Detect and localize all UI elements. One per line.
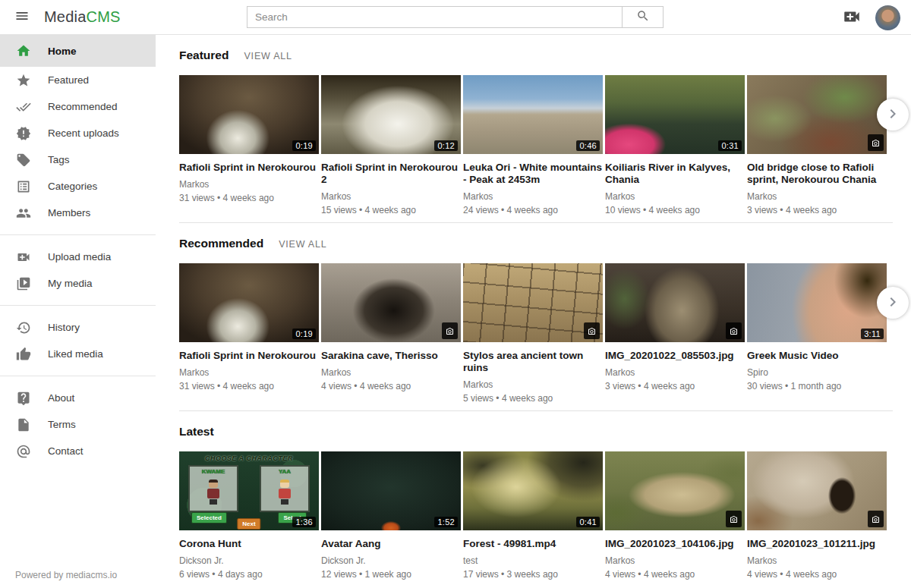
media-title[interactable]: Koiliaris River in Kalyves, Chania — [605, 162, 745, 186]
media-card[interactable]: IMG_20201022_085503.jpg Markos 3 views •… — [605, 263, 745, 391]
sidebar-item-recent-uploads[interactable]: Recent uploads — [0, 120, 156, 146]
media-author[interactable]: Markos — [179, 367, 319, 378]
media-title[interactable]: Avatar Aang — [321, 538, 461, 550]
video-thumbnail[interactable]: 1:52 — [321, 451, 461, 530]
media-title[interactable]: Sarakina cave, Therisso — [321, 350, 461, 362]
photo-thumbnail[interactable] — [321, 263, 461, 342]
view-all-link[interactable]: VIEW ALL — [244, 51, 292, 61]
media-title[interactable]: Rafioli Sprint in Nerokourou — [179, 162, 319, 174]
media-card[interactable]: IMG_20201023_104106.jpg Markos 4 views •… — [605, 451, 745, 580]
media-title[interactable]: Rafioli Sprint in Nerokourou — [179, 350, 319, 362]
media-card[interactable]: 0:19 Rafioli Sprint in Nerokourou Markos… — [179, 263, 319, 391]
sidebar-item-featured[interactable]: Featured — [0, 67, 156, 93]
media-card[interactable]: CHOOSE A CHARACTER KWAME YAA Selected Ne… — [179, 451, 319, 580]
sidebar-item-upload-media[interactable]: Upload media — [0, 244, 156, 270]
sidebar-item-label: Members — [48, 207, 90, 219]
powered-by-text[interactable]: Powered by mediacms.io — [15, 570, 117, 580]
photo-thumbnail[interactable] — [747, 75, 887, 154]
media-author[interactable]: Markos — [747, 555, 887, 566]
media-card[interactable]: Stylos area ancient town ruins Markos 5 … — [463, 263, 603, 404]
video-thumbnail[interactable]: 0:19 — [179, 75, 319, 154]
media-author[interactable]: Markos — [179, 179, 319, 190]
sidebar-divider — [0, 234, 156, 235]
section-title: Recommended — [179, 237, 263, 250]
sidebar-item-about[interactable]: About — [0, 385, 156, 411]
media-author[interactable]: Markos — [321, 191, 461, 202]
media-title[interactable]: Old bridge close to Rafioli sprint, Nero… — [747, 162, 887, 186]
search-button[interactable] — [623, 6, 664, 28]
video-thumbnail[interactable]: 0:12 — [321, 75, 461, 154]
carousel-next-button[interactable] — [877, 99, 909, 130]
media-author[interactable]: Dickson Jr. — [179, 555, 319, 566]
media-card[interactable]: 0:46 Leuka Ori - White mountains - Peak … — [463, 75, 603, 215]
media-card[interactable]: Sarakina cave, Therisso Markos 4 views •… — [321, 263, 461, 391]
media-author[interactable]: Spiro — [747, 367, 887, 378]
carousel-next-button[interactable] — [877, 287, 909, 319]
media-author[interactable]: Markos — [605, 191, 745, 202]
media-title[interactable]: IMG_20201023_101211.jpg — [747, 538, 887, 550]
section-latest: Latest CHOOSE A CHARACTER KWAME YAA Sele… — [179, 411, 893, 580]
video-thumbnail[interactable]: 0:41 — [463, 451, 603, 530]
video-thumbnail[interactable]: 0:31 — [605, 75, 745, 154]
media-meta: 17 views • 3 weeks ago — [463, 569, 603, 580]
video-thumbnail[interactable]: 0:19 — [179, 263, 319, 342]
sidebar-item-history[interactable]: History — [0, 314, 156, 341]
sidebar-item-tags[interactable]: Tags — [0, 146, 156, 173]
sidebar-item-contact[interactable]: Contact — [0, 438, 156, 464]
search-input[interactable] — [247, 6, 623, 28]
media-author[interactable]: Markos — [605, 555, 745, 566]
sidebar-item-liked-media[interactable]: Liked media — [0, 341, 156, 367]
media-card[interactable]: IMG_20201023_101211.jpg Markos 4 views •… — [747, 451, 887, 580]
new-releases-icon — [15, 125, 32, 142]
sidebar-item-home[interactable]: Home — [0, 35, 156, 67]
media-card[interactable]: 0:31 Koiliaris River in Kalyves, Chania … — [605, 75, 745, 215]
sidebar-item-my-media[interactable]: My media — [0, 270, 156, 297]
media-author[interactable]: Markos — [463, 191, 603, 202]
upload-media-button[interactable] — [840, 6, 863, 29]
view-all-link[interactable]: VIEW ALL — [279, 239, 326, 250]
sidebar-item-recommended[interactable]: Recommended — [0, 93, 156, 120]
media-title[interactable]: Corona Hunt — [179, 538, 319, 550]
media-meta: 31 views • 4 weeks ago — [179, 193, 319, 203]
duration-badge: 0:19 — [292, 140, 316, 151]
menu-button[interactable] — [7, 2, 37, 33]
sidebar-item-members[interactable]: Members — [0, 200, 156, 226]
media-title[interactable]: Stylos area ancient town ruins — [463, 350, 603, 374]
media-author[interactable]: Dickson Jr. — [321, 555, 461, 566]
media-card[interactable]: Old bridge close to Rafioli sprint, Nero… — [747, 75, 887, 215]
media-card[interactable]: 3:11 Greek Music Video Spiro 30 views • … — [747, 263, 887, 391]
media-author[interactable]: test — [463, 555, 603, 566]
video-thumbnail[interactable]: CHOOSE A CHARACTER KWAME YAA Selected Ne… — [179, 451, 319, 530]
media-title[interactable]: Leuka Ori - White mountains - Peak at 24… — [463, 162, 603, 186]
sidebar: Home Featured Recommended Recent uploads… — [0, 35, 156, 588]
sidebar-item-terms[interactable]: Terms — [0, 411, 156, 438]
header-actions — [840, 0, 900, 35]
media-card[interactable]: 0:19 Rafioli Sprint in Nerokourou Markos… — [179, 75, 319, 203]
media-author[interactable]: Markos — [463, 379, 603, 390]
media-meta: 4 views • 4 weeks ago — [605, 569, 745, 580]
game-next-button: Next — [237, 518, 260, 530]
app-logo[interactable]: MediaCMS — [44, 8, 121, 26]
photo-thumbnail[interactable] — [463, 263, 603, 342]
video-thumbnail[interactable]: 3:11 — [747, 263, 887, 342]
media-card[interactable]: 1:52 Avatar Aang Dickson Jr. 12 views • … — [321, 451, 461, 580]
photo-thumbnail[interactable] — [605, 263, 745, 342]
media-title[interactable]: IMG_20201022_085503.jpg — [605, 350, 745, 362]
media-card[interactable]: 0:12 Rafioli Sprint in Nerokourou 2 Mark… — [321, 75, 461, 215]
media-title[interactable]: Forest - 49981.mp4 — [463, 538, 603, 550]
video-thumbnail[interactable]: 0:46 — [463, 75, 603, 154]
media-card[interactable]: 0:41 Forest - 49981.mp4 test 17 views • … — [463, 451, 603, 580]
media-meta: 5 views • 4 weeks ago — [463, 393, 603, 404]
media-author[interactable]: Markos — [605, 367, 745, 378]
photo-thumbnail[interactable] — [747, 451, 887, 530]
avatar[interactable] — [875, 5, 900, 30]
sidebar-item-label: Tags — [48, 154, 70, 165]
duration-badge: 0:46 — [576, 140, 600, 151]
media-title[interactable]: Greek Music Video — [747, 350, 887, 362]
photo-thumbnail[interactable] — [605, 451, 745, 530]
media-author[interactable]: Markos — [321, 367, 461, 378]
media-author[interactable]: Markos — [747, 191, 887, 202]
media-title[interactable]: IMG_20201023_104106.jpg — [605, 538, 745, 550]
media-title[interactable]: Rafioli Sprint in Nerokourou 2 — [321, 162, 461, 186]
sidebar-item-categories[interactable]: Categories — [0, 173, 156, 200]
